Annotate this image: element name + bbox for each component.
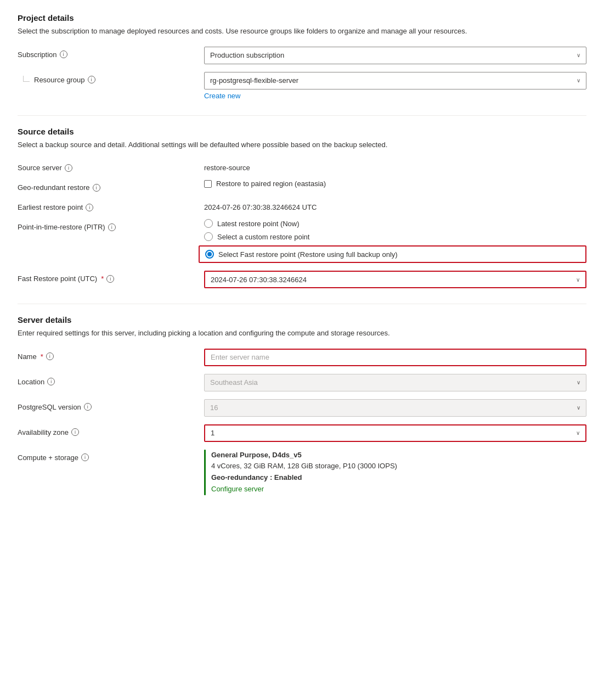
earliest-restore-row: Earliest restore point i 2024-07-26 07:3… (18, 199, 586, 211)
geo-redundant-label: Geo-redundant restore i (18, 180, 204, 192)
fast-restore-dropdown[interactable]: 2024-07-26 07:30:38.3246624 ∨ (204, 271, 586, 288)
geo-redundant-info-icon[interactable]: i (93, 184, 100, 192)
geo-redundant-checkbox[interactable] (204, 180, 212, 188)
location-row: Location i Southeast Asia ∨ (18, 374, 586, 391)
postgresql-version-info-icon[interactable]: i (84, 403, 92, 411)
geo-redundant-checkbox-row: Restore to paired region (eastasia) (204, 180, 586, 188)
compute-storage-value: General Purpose, D4ds_v5 4 vCores, 32 Gi… (211, 450, 397, 495)
configure-server-link[interactable]: Configure server (211, 485, 264, 493)
pitr-radio-3[interactable] (205, 250, 214, 259)
subscription-row: Subscription i Production subscription ∨ (18, 47, 586, 64)
compute-storage-label: Compute + storage i (18, 450, 204, 462)
server-name-control (204, 349, 586, 366)
divider-2 (18, 304, 586, 304)
pitr-option3-row: Select Fast restore point (Restore using… (199, 245, 586, 263)
server-name-row: Name * i (18, 349, 586, 366)
pitr-control: Latest restore point (Now) Select a cust… (204, 219, 586, 263)
source-details-section: Source details Select a backup source an… (18, 127, 586, 289)
fast-restore-dropdown-arrow: ∨ (576, 277, 580, 283)
server-name-required: * (41, 352, 43, 361)
postgresql-version-row: PostgreSQL version i 16 ∨ (18, 399, 586, 417)
pitr-radio-2[interactable] (204, 232, 213, 241)
fast-restore-control: 2024-07-26 07:30:38.3246624 ∨ (204, 271, 586, 288)
server-name-input[interactable] (204, 349, 586, 366)
pitr-label: Point-in-time-restore (PITR) i (18, 219, 204, 231)
earliest-restore-info-icon[interactable]: i (86, 204, 93, 211)
pitr-option1-row: Latest restore point (Now) (204, 219, 586, 228)
fast-restore-info-icon[interactable]: i (106, 275, 114, 283)
source-server-value: restore-source (204, 160, 586, 172)
subscription-info-icon[interactable]: i (60, 51, 67, 58)
availability-zone-control: 1 ∨ (204, 424, 586, 442)
server-details-section: Server details Enter required settings f… (18, 315, 586, 495)
server-details-title: Server details (18, 315, 586, 324)
resource-group-control: rg-postgresql-flexible-server ∨ Create n… (204, 72, 586, 100)
project-details-title: Project details (18, 13, 586, 23)
resource-group-label-container: Resource group i (18, 72, 204, 84)
earliest-restore-value: 2024-07-26 07:30:38.3246624 UTC (204, 199, 586, 211)
fast-restore-label: Fast Restore point (UTC) * i (18, 271, 204, 283)
project-details-description: Select the subscription to manage deploy… (18, 26, 586, 37)
postgresql-version-dropdown-arrow: ∨ (577, 405, 580, 411)
postgresql-version-control: 16 ∨ (204, 399, 586, 417)
server-details-description: Enter required settings for this server,… (18, 328, 586, 339)
pitr-row: Point-in-time-restore (PITR) i Latest re… (18, 219, 586, 263)
create-new-link[interactable]: Create new (204, 92, 240, 100)
location-info-icon[interactable]: i (47, 378, 55, 385)
compute-green-accent (204, 450, 206, 495)
subscription-label: Subscription i (18, 47, 204, 59)
compute-storage-value-row: General Purpose, D4ds_v5 4 vCores, 32 Gi… (204, 450, 586, 495)
availability-zone-label: Availability zone i (18, 424, 204, 436)
location-dropdown[interactable]: Southeast Asia ∨ (204, 374, 586, 391)
pitr-option2-row: Select a custom restore point (204, 232, 586, 241)
geo-redundant-row: Geo-redundant restore i Restore to paire… (18, 180, 586, 192)
fast-restore-required: * (101, 275, 104, 283)
availability-zone-dropdown[interactable]: 1 ∨ (204, 424, 586, 442)
source-server-label: Source server i (18, 160, 204, 172)
location-dropdown-arrow: ∨ (577, 379, 580, 385)
divider-1 (18, 115, 586, 116)
pitr-radio-group: Latest restore point (Now) Select a cust… (204, 219, 586, 263)
resource-group-info-icon[interactable]: i (88, 76, 95, 83)
project-details-section: Project details Select the subscription … (18, 13, 586, 100)
compute-storage-row: Compute + storage i General Purpose, D4d… (18, 450, 586, 495)
subscription-dropdown[interactable]: Production subscription ∨ (204, 47, 586, 64)
location-label: Location i (18, 374, 204, 386)
availability-zone-row: Availability zone i 1 ∨ (18, 424, 586, 442)
pitr-radio-1[interactable] (204, 219, 213, 228)
compute-storage-control: General Purpose, D4ds_v5 4 vCores, 32 Gi… (204, 450, 586, 495)
availability-zone-dropdown-arrow: ∨ (576, 430, 580, 436)
compute-storage-info-icon[interactable]: i (81, 453, 89, 461)
source-details-title: Source details (18, 127, 586, 136)
resource-group-label: Resource group (34, 76, 85, 84)
source-server-info-icon[interactable]: i (65, 164, 72, 172)
geo-redundant-control: Restore to paired region (eastasia) (204, 180, 586, 188)
postgresql-version-dropdown[interactable]: 16 ∨ (204, 399, 586, 417)
fast-restore-row: Fast Restore point (UTC) * i 2024-07-26 … (18, 271, 586, 288)
server-name-info-icon[interactable]: i (46, 352, 54, 360)
location-control: Southeast Asia ∨ (204, 374, 586, 391)
postgresql-version-label: PostgreSQL version i (18, 399, 204, 411)
subscription-control: Production subscription ∨ (204, 47, 586, 64)
resource-group-dropdown[interactable]: rg-postgresql-flexible-server ∨ (204, 72, 586, 89)
resource-group-row: Resource group i rg-postgresql-flexible-… (18, 72, 586, 100)
resource-group-dropdown-arrow: ∨ (577, 77, 580, 83)
server-name-label: Name * i (18, 349, 204, 361)
source-details-description: Select a backup source and detail. Addit… (18, 139, 586, 150)
source-server-row: Source server i restore-source (18, 160, 586, 172)
earliest-restore-label: Earliest restore point i (18, 199, 204, 211)
availability-zone-info-icon[interactable]: i (71, 428, 79, 436)
pitr-info-icon[interactable]: i (108, 223, 116, 231)
subscription-dropdown-arrow: ∨ (577, 52, 580, 58)
